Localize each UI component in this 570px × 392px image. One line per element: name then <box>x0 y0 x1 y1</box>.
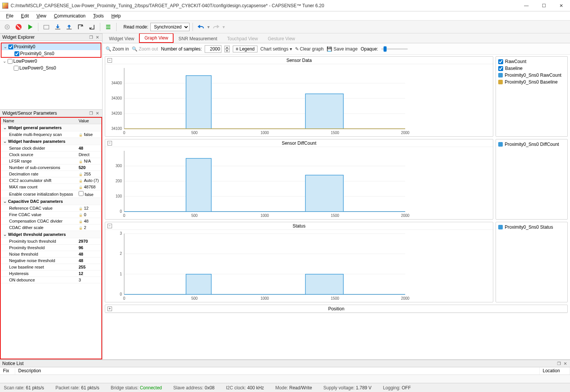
param-value[interactable]: 48768 <box>76 184 101 190</box>
list-icon[interactable] <box>103 22 113 32</box>
zoom-out-button[interactable]: 🔍Zoom out <box>132 46 158 52</box>
svg-text:0: 0 <box>123 296 125 300</box>
svg-text:3: 3 <box>120 231 122 236</box>
legend-button[interactable]: ≡Legend <box>233 46 257 52</box>
menu-tools[interactable]: Tools <box>90 13 107 19</box>
tree-item-proximity0-sns0[interactable]: Proximity0_Sns0 <box>2 50 101 57</box>
gear-icon[interactable] <box>2 22 12 32</box>
open-icon[interactable] <box>41 22 51 32</box>
undock-icon[interactable]: ❐ <box>88 111 94 116</box>
read-mode-select[interactable]: Synchronized <box>150 23 189 31</box>
svg-text:2000: 2000 <box>401 131 410 135</box>
tab-graph-view[interactable]: Graph View <box>139 33 173 43</box>
param-value[interactable]: 48 <box>76 145 101 152</box>
param-value[interactable]: N/A <box>76 158 101 164</box>
spin-down[interactable]: ▾ <box>224 49 230 52</box>
param-name: Sense clock divider <box>1 145 76 152</box>
param-value[interactable]: Direct <box>76 152 101 158</box>
menu-file[interactable]: File <box>3 13 16 19</box>
param-value[interactable]: 0 <box>76 212 101 218</box>
redo-icon[interactable] <box>211 22 221 32</box>
param-value[interactable]: 520 <box>76 164 101 171</box>
minimize-button[interactable]: — <box>518 0 535 11</box>
status-bar: Scan rate: 61 pkts/s Packet rate: 61 pkt… <box>0 383 570 392</box>
read-mode-label: Read mode: <box>123 24 148 30</box>
undock-icon[interactable]: ❐ <box>88 35 94 40</box>
param-name: ON debounce <box>1 277 76 283</box>
collapse-icon[interactable]: − <box>107 224 112 228</box>
tab-widget-view[interactable]: Widget View <box>104 34 139 43</box>
svg-text:0: 0 <box>123 213 125 218</box>
svg-marker-4 <box>28 24 33 30</box>
param-group[interactable]: ⌄ Widget general parameters <box>1 124 101 131</box>
param-name: Clock source <box>1 152 76 158</box>
param-value[interactable]: 2 <box>76 224 101 231</box>
svg-text:1500: 1500 <box>331 296 339 300</box>
param-value[interactable]: 12 <box>76 205 101 212</box>
expand-icon[interactable]: + <box>107 307 112 311</box>
param-value[interactable]: 3 <box>76 277 101 283</box>
zoom-in-button[interactable]: 🔍Zoom in <box>106 46 129 52</box>
close-panel-icon[interactable]: ✕ <box>95 35 100 40</box>
svg-text:500: 500 <box>191 213 198 218</box>
param-group[interactable]: ⌄ Widget threshold parameters <box>1 231 101 238</box>
menu-communication[interactable]: Communication <box>51 13 88 19</box>
tab-touchpad[interactable]: Touchpad View <box>222 34 263 43</box>
param-value[interactable]: 12 <box>76 270 101 277</box>
import-icon[interactable] <box>87 22 97 32</box>
tab-snr[interactable]: SNR Measurement <box>174 34 222 43</box>
param-value[interactable]: 96 <box>76 245 101 251</box>
spin-up[interactable]: ▴ <box>224 46 230 49</box>
param-value[interactable]: 48 <box>76 251 101 258</box>
svg-text:2000: 2000 <box>401 213 410 218</box>
play-icon[interactable] <box>25 22 35 32</box>
close-panel-icon[interactable]: ✕ <box>95 111 100 116</box>
download-icon[interactable] <box>53 22 63 32</box>
tree-checkbox[interactable] <box>14 66 19 71</box>
tree-checkbox[interactable] <box>8 44 13 49</box>
param-value[interactable]: 255 <box>76 264 101 270</box>
tree-checkbox[interactable] <box>14 51 19 56</box>
close-button[interactable]: ✕ <box>553 0 570 11</box>
chart-settings-button[interactable]: Chart settings ▾ <box>261 46 292 52</box>
stop-icon[interactable] <box>14 22 24 32</box>
upload-icon[interactable] <box>64 22 74 32</box>
param-value[interactable]: 48 <box>76 258 101 264</box>
params-table: NameValue ⌄ Widget general parametersEna… <box>1 118 101 283</box>
param-value[interactable]: Auto (7) <box>76 177 101 184</box>
param-value[interactable]: 255 <box>76 171 101 177</box>
menu-edit[interactable]: Edit <box>18 13 32 19</box>
menu-help[interactable]: Help <box>108 13 124 19</box>
param-group[interactable]: ⌄ Widget hardware parameters <box>1 138 101 145</box>
undo-icon[interactable] <box>196 22 206 32</box>
tree-checkbox[interactable] <box>8 59 13 64</box>
tree-item-proximity0[interactable]: ⌄ Proximity0 <box>2 43 101 50</box>
param-value[interactable]: 48 <box>76 218 101 224</box>
close-panel-icon[interactable]: ✕ <box>562 361 568 366</box>
param-group[interactable]: ⌄ Capacitive DAC parameters <box>1 198 101 205</box>
undock-icon[interactable]: ❐ <box>556 361 562 366</box>
menubar: File Edit View Communication Tools Help <box>0 11 570 21</box>
param-value[interactable]: false <box>76 190 101 198</box>
svg-text:1000: 1000 <box>261 296 269 300</box>
tree-item-lowpower0-sns0[interactable]: LowPower0_Sns0 <box>1 65 101 71</box>
save-image-button[interactable]: 💾Save image <box>327 46 357 52</box>
menu-view[interactable]: View <box>33 13 49 19</box>
param-value[interactable]: false <box>76 131 101 138</box>
num-samples-input[interactable] <box>205 45 221 53</box>
chart-position: +Position <box>105 305 568 313</box>
param-name: LFSR range <box>1 158 76 164</box>
param-name: Fine CDAC value <box>1 212 76 218</box>
clear-graph-button[interactable]: ✎Clear graph <box>295 46 324 52</box>
opaque-slider[interactable] <box>381 48 408 50</box>
tab-gesture[interactable]: Gesture View <box>263 34 300 43</box>
param-value[interactable]: 2970 <box>76 238 101 245</box>
maximize-button[interactable]: ☐ <box>535 0 553 11</box>
graph-toolbar: 🔍Zoom in 🔍Zoom out Number of samples: ▴▾… <box>103 43 570 55</box>
export-icon[interactable] <box>76 22 85 32</box>
svg-text:0: 0 <box>123 131 125 135</box>
collapse-icon[interactable]: − <box>107 141 112 145</box>
collapse-icon[interactable]: − <box>107 58 112 63</box>
svg-text:34100: 34100 <box>111 126 122 131</box>
tree-item-lowpower0[interactable]: ⌄ LowPower0 <box>1 58 101 65</box>
